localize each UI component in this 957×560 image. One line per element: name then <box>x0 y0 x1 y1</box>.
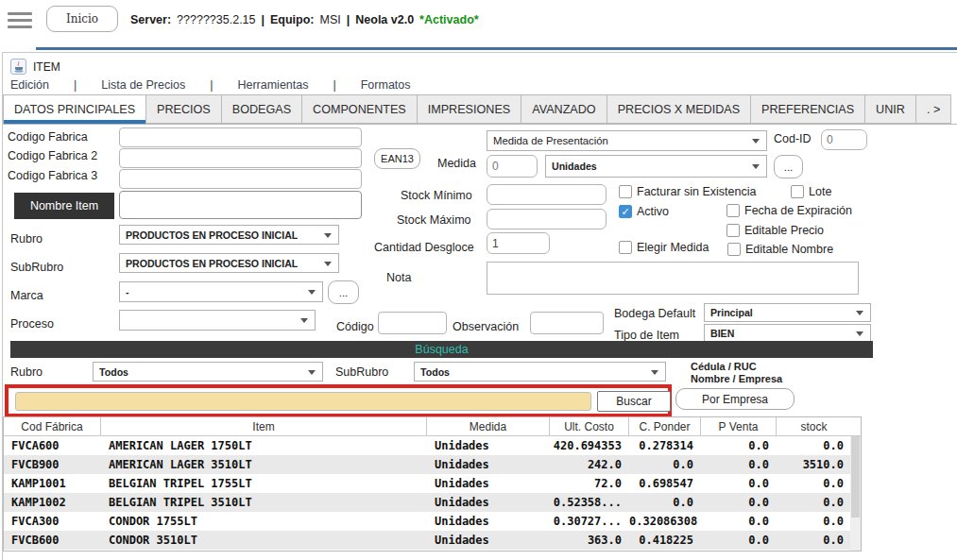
rubro-label: Rubro <box>10 232 43 246</box>
medida-more-button[interactable]: ... <box>774 155 803 178</box>
header-stock[interactable]: stock <box>777 417 851 435</box>
cedula-ruc-label: Cédula / RUC <box>691 361 757 372</box>
dropdown-arrow-icon <box>300 318 308 323</box>
tab-overflow-scroll[interactable]: . > <box>916 94 951 124</box>
tab-unir[interactable]: UNIR <box>865 94 916 124</box>
editable-precio-checkbox[interactable]: Editable Precio <box>726 224 824 237</box>
menu-separator: | <box>210 78 213 92</box>
marca-select[interactable]: - <box>119 281 323 302</box>
fecha-expiracion-checkbox[interactable]: Fecha de Expiración <box>726 204 852 217</box>
app-screen: Inicio Server: ??????35.2.15 | Equipo: M… <box>0 0 957 560</box>
tipo-item-label: Tipo de Item <box>614 329 679 342</box>
busqueda-subrubro-select[interactable]: Todos <box>414 362 666 382</box>
nombre-item-input[interactable] <box>119 191 362 219</box>
chevron-down-icon[interactable] <box>951 94 957 124</box>
window-title: ITEM <box>33 60 60 74</box>
menu-item-edicion[interactable]: Edición <box>10 78 49 92</box>
tab-bar: DATOS PRINCIPALES PRECIOS BODEGAS COMPON… <box>3 94 957 125</box>
tab-impresiones[interactable]: IMPRESIONES <box>418 94 521 124</box>
header-medida[interactable]: Medida <box>427 417 550 435</box>
proceso-select[interactable] <box>119 310 316 331</box>
nota-textarea[interactable] <box>487 262 859 295</box>
cod-id-input[interactable] <box>821 129 867 150</box>
cantidad-desgloce-label: Cantidad Desgloce <box>374 241 474 254</box>
tab-precios[interactable]: PRECIOS <box>146 94 222 124</box>
rubro-select[interactable]: PRODUCTOS EN PROCESO INICIAL <box>119 225 339 245</box>
bodega-default-select[interactable]: Principal <box>704 303 871 322</box>
codigo-fabrica2-label: Codigo Fabrica 2 <box>8 149 97 162</box>
busqueda-rubro-label: Rubro <box>10 365 43 379</box>
codigo-fabrica3-input[interactable] <box>119 169 362 189</box>
scrollbar-thumb[interactable] <box>851 436 860 518</box>
unidades-select[interactable]: Unidades <box>545 155 767 178</box>
stock-maximo-input[interactable] <box>487 209 607 229</box>
cod-id-label: Cod-ID <box>774 132 812 145</box>
window-title-row: ITEM <box>10 59 60 75</box>
busqueda-section-header: Búsqueda <box>10 341 873 358</box>
header-item[interactable]: Item <box>101 417 427 435</box>
stock-maximo-label: Stock Máximo <box>397 213 471 227</box>
activo-checkbox[interactable]: ✓ Activo <box>619 205 669 218</box>
tab-componentes[interactable]: COMPONENTES <box>302 94 418 124</box>
codigo-input[interactable] <box>378 312 447 334</box>
dropdown-arrow-icon <box>752 139 760 144</box>
equipo-value: MSI <box>320 13 341 26</box>
menu-item-lista-de-precios[interactable]: Lista de Precios <box>101 78 185 92</box>
table-scrollbar[interactable] <box>850 436 861 551</box>
window-top-accent <box>36 47 957 50</box>
codigo-fabrica-input[interactable] <box>119 127 362 147</box>
buscar-button[interactable]: Buscar <box>597 391 671 412</box>
table-row[interactable]: FVCB900 AMERICAN LAGER 3510LT Unidades 2… <box>4 455 861 474</box>
nombre-item-button[interactable]: Nombre Item <box>14 193 114 219</box>
table-row[interactable]: KAMP1002 BELGIAN TRIPEL 3510LT Unidades … <box>4 493 861 512</box>
menu-bar: Edición | Lista de Precios | Herramienta… <box>10 76 411 93</box>
dropdown-arrow-icon <box>752 164 760 169</box>
search-highlight-box: Buscar <box>5 384 672 417</box>
codigo-fabrica2-input[interactable] <box>119 148 362 168</box>
table-row[interactable]: FVCA300 CONDOR 1755LT Unidades 0.30727..… <box>4 512 861 531</box>
medida-input[interactable] <box>487 155 538 178</box>
tab-preferencias[interactable]: PREFERENCIAS <box>751 94 865 124</box>
checkbox-icon <box>619 185 632 198</box>
cantidad-desgloce-input[interactable] <box>487 232 550 254</box>
nombre-empresa-label: Nombre / Empresa <box>691 373 782 384</box>
stock-minimo-input[interactable] <box>487 184 607 205</box>
marca-more-button[interactable]: ... <box>328 280 359 304</box>
search-input[interactable] <box>15 392 591 411</box>
header-ult-costo[interactable]: Ult. Costo <box>550 417 629 435</box>
busqueda-title: Búsqueda <box>415 343 468 356</box>
codigo-fabrica-label: Codigo Fabrica <box>8 130 88 144</box>
nota-label: Nota <box>386 271 411 284</box>
separator: | <box>262 13 265 26</box>
tab-datos-principales[interactable]: DATOS PRINCIPALES <box>3 94 146 124</box>
hamburger-menu-icon[interactable] <box>8 12 32 29</box>
medida-presentacion-select[interactable]: Medida de Presentación <box>487 130 767 151</box>
checkbox-checked-icon: ✓ <box>619 205 632 218</box>
separator: | <box>347 13 350 26</box>
tab-precios-x-medidas[interactable]: PRECIOS X MEDIDAS <box>607 94 751 124</box>
elegir-medida-checkbox[interactable]: Elegir Medida <box>619 241 709 254</box>
table-row[interactable]: FVCA600 AMERICAN LAGER 1750LT Unidades 4… <box>4 436 861 455</box>
menu-item-herramientas[interactable]: Herramientas <box>237 78 308 92</box>
tab-avanzado[interactable]: AVANZADO <box>521 94 607 124</box>
header-p-venta[interactable]: P Venta <box>701 417 777 435</box>
subrubro-select[interactable]: PRODUCTOS EN PROCESO INICIAL <box>119 253 339 273</box>
editable-nombre-checkbox[interactable]: Editable Nombre <box>727 243 833 256</box>
busqueda-rubro-select[interactable]: Todos <box>93 362 323 382</box>
lote-checkbox[interactable]: Lote <box>791 185 831 198</box>
header-cod-fabrica[interactable]: Cod Fábrica <box>4 417 101 435</box>
menu-item-formatos[interactable]: Formatos <box>361 78 411 92</box>
equipo-label: Equipo: <box>270 13 315 26</box>
tab-bodegas[interactable]: BODEGAS <box>222 94 302 124</box>
observacion-input[interactable] <box>530 312 604 334</box>
tipo-item-select[interactable]: BIEN <box>704 324 871 343</box>
inicio-button[interactable]: Inicio <box>46 6 118 32</box>
checkbox-icon <box>619 241 632 254</box>
por-empresa-button[interactable]: Por Empresa <box>675 388 795 410</box>
facturar-sin-existencia-checkbox[interactable]: Facturar sin Existencia <box>619 185 756 198</box>
dropdown-arrow-icon <box>324 262 332 266</box>
header-c-ponder[interactable]: C. Ponder <box>629 417 701 435</box>
ean13-button[interactable]: EAN13 <box>374 148 420 169</box>
table-row[interactable]: KAMP1001 BELGIAN TRIPEL 1755LT Unidades … <box>4 474 861 493</box>
table-row[interactable]: FVCB600 CONDOR 3510LT Unidades 363.0 0.4… <box>4 531 861 550</box>
